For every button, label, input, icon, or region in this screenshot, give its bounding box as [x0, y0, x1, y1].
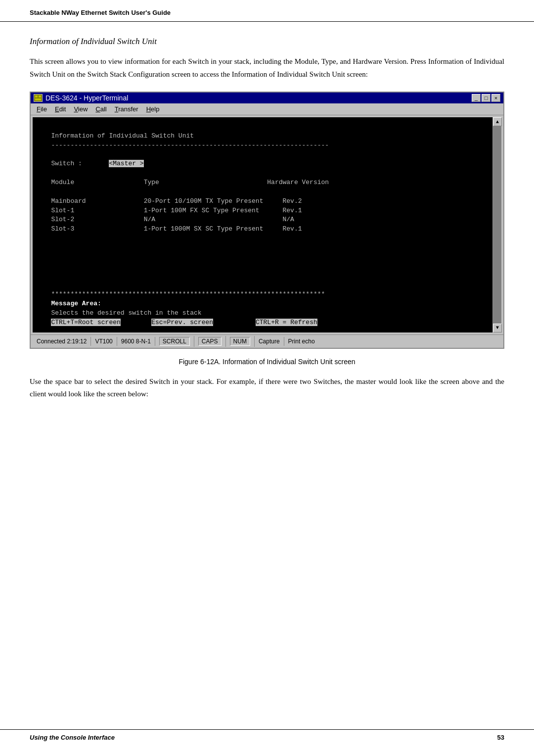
svg-rect-2 — [39, 95, 41, 97]
status-connected: Connected 2:19:12 — [33, 337, 91, 346]
scroll-text: SCROLL — [163, 338, 186, 345]
menu-edit[interactable]: Edit — [51, 104, 70, 114]
terminal-row-slot2: Slot-2 N/A N/A — [40, 215, 486, 225]
terminal-line-blank6 — [40, 243, 486, 253]
esc-text: Esc=Prev. screen — [151, 319, 213, 326]
scroll-down-button[interactable]: ▼ — [493, 324, 502, 332]
num-indicator: NUM — [230, 337, 250, 346]
menu-help[interactable]: Help — [142, 104, 164, 114]
terminal-line-blank9 — [40, 272, 486, 281]
terminal-line-blank5 — [40, 234, 486, 243]
statusbar: Connected 2:19:12 VT100 9600 8-N-1 SCROL… — [31, 334, 503, 348]
capture-text: Capture — [259, 338, 280, 345]
terminal-row-slot3: Slot-3 1-Port 1000M SX SC Type Present R… — [40, 225, 486, 234]
terminal-line-blank7 — [40, 253, 486, 262]
terminal-body: Information of Individual Switch Unit --… — [31, 115, 503, 334]
footer-page-number: 53 — [497, 734, 504, 741]
terminal-line-switch: Switch : <Master > — [40, 159, 486, 169]
menu-file[interactable]: File — [33, 104, 51, 114]
page-content: Information of Individual Switch Unit Th… — [0, 22, 534, 425]
hyperterminal-window: DES-3624 - HyperTerminal _ □ × File Edit… — [30, 92, 504, 349]
page-footer: Using the Console Interface 53 — [0, 729, 534, 741]
connected-text: Connected 2:19:12 — [37, 338, 87, 345]
maximize-button[interactable]: □ — [482, 94, 490, 102]
caps-indicator: CAPS — [198, 337, 222, 346]
terminal-line-blank3 — [40, 169, 486, 178]
menu-view[interactable]: View — [70, 104, 91, 114]
scrollbar[interactable]: ▲ ▼ — [492, 117, 501, 332]
caps-text: CAPS — [202, 338, 218, 345]
menu-call[interactable]: Call — [91, 104, 110, 114]
scroll-indicator: SCROLL — [159, 337, 190, 346]
ctrl-t-text: CTRL+T=Root screen — [51, 319, 120, 326]
status-scroll: SCROLL — [155, 336, 194, 347]
message-area-label: Message Area: — [51, 300, 101, 307]
menubar: File Edit View Call Transfer Help — [31, 103, 503, 115]
intro-text: This screen allows you to view informati… — [30, 55, 504, 81]
ctrl-r-text: CTRL+R = Refresh — [256, 319, 317, 326]
baud-text: 9600 8-N-1 — [121, 338, 151, 345]
num-text: NUM — [233, 338, 247, 345]
status-num: NUM — [226, 336, 255, 347]
section-title: Information of Individual Switch Unit — [30, 37, 504, 47]
page-header: Stackable NWay Ethernet Switch User's Gu… — [0, 0, 534, 22]
titlebar-controls[interactable]: _ □ × — [472, 94, 500, 102]
svg-rect-3 — [35, 98, 41, 100]
terminal-row-mainboard: Mainboard 20-Port 10/100M TX Type Presen… — [40, 197, 486, 206]
terminal-line-blank4 — [40, 188, 486, 197]
status-baud: 9600 8-N-1 — [117, 337, 155, 346]
terminal-screen[interactable]: Information of Individual Switch Unit --… — [33, 117, 492, 332]
print-echo-text: Print echo — [288, 338, 315, 345]
terminal-line-blank10 — [40, 281, 486, 290]
menu-transfer[interactable]: Transfer — [111, 104, 142, 114]
terminal-row-slot1: Slot-1 1-Port 100M FX SC Type Present Re… — [40, 206, 486, 216]
status-caps: CAPS — [194, 336, 226, 347]
body-text: Use the space bar to select the desired … — [30, 376, 504, 401]
switch-value: <Master > — [109, 160, 143, 167]
app-icon — [34, 94, 43, 102]
status-capture: Capture — [255, 337, 284, 346]
status-vt100: VT100 — [91, 337, 117, 346]
titlebar: DES-3624 - HyperTerminal _ □ × — [31, 93, 503, 103]
scroll-up-button[interactable]: ▲ — [493, 117, 502, 126]
status-print-echo: Print echo — [284, 337, 319, 346]
terminal-line-blank8 — [40, 262, 486, 272]
close-button[interactable]: × — [491, 94, 500, 102]
terminal-line-stars: ****************************************… — [40, 290, 486, 299]
terminal-line-heading: Information of Individual Switch Unit — [40, 132, 486, 141]
header-title: Stackable NWay Ethernet Switch User's Gu… — [30, 9, 171, 16]
terminal-line-blank — [40, 122, 486, 132]
terminal-line-blank2 — [40, 150, 486, 160]
minimize-button[interactable]: _ — [472, 94, 481, 102]
terminal-line-cols: Module Type Hardware Version — [40, 178, 486, 188]
vt100-text: VT100 — [95, 338, 112, 345]
terminal-line-msgarea: Message Area: — [40, 299, 486, 309]
scroll-track — [493, 126, 501, 324]
terminal-line-sep: ----------------------------------------… — [40, 141, 486, 150]
titlebar-text: DES-3624 - HyperTerminal — [45, 94, 128, 102]
titlebar-left: DES-3624 - HyperTerminal — [34, 94, 128, 102]
terminal-line-controls: CTRL+T=Root screen Esc=Prev. screen CTRL… — [40, 318, 486, 328]
figure-caption: Figure 6-12A. Information of Individual … — [30, 358, 504, 366]
terminal-line-msgtext: Selects the desired switch in the stack — [40, 309, 486, 318]
svg-rect-1 — [35, 95, 38, 97]
footer-left: Using the Console Interface — [30, 734, 115, 741]
